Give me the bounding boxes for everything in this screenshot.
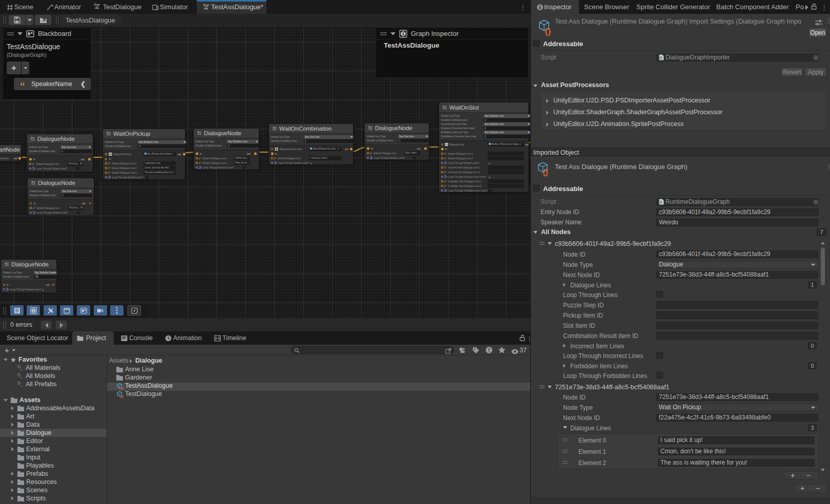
svg-text:#: # [660,200,662,205]
svg-text:{}: {} [120,386,123,391]
svg-text:{}: {} [543,168,548,176]
svg-text:{}: {} [120,394,123,399]
svg-text:#: # [660,55,662,60]
svg-text:{}: {} [545,27,551,36]
